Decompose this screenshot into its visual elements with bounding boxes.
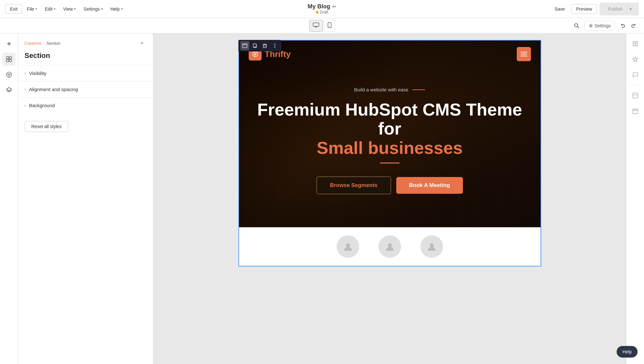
svg-point-4 (575, 23, 578, 27)
exit-button[interactable]: Exit (5, 4, 22, 14)
chevron-right-icon: › (24, 103, 26, 108)
svg-point-13 (6, 72, 12, 77)
section-more-icon[interactable] (270, 41, 279, 50)
svg-point-14 (8, 74, 8, 74)
svg-line-5 (578, 26, 579, 28)
testimonials-section (239, 227, 541, 266)
layer-icon-button[interactable] (3, 84, 15, 97)
svg-rect-45 (633, 109, 638, 114)
svg-rect-10 (9, 57, 12, 59)
properties-panel: Contents › Section × Section › Visibilit… (18, 33, 153, 364)
redo-button[interactable] (629, 21, 639, 31)
svg-rect-20 (263, 44, 266, 48)
secondbar-right: Settings (572, 21, 639, 31)
svg-point-33 (633, 42, 634, 42)
website-preview: Thrifty Build a website with ease Freemi… (238, 40, 541, 266)
right-chat-button[interactable] (629, 68, 642, 81)
help-menu[interactable]: Help ▾ (107, 5, 126, 14)
visibility-accordion-header[interactable]: › Visibility (18, 65, 153, 81)
chevron-down-icon: ▾ (35, 7, 37, 11)
topbar: Exit File ▾ Edit ▾ View ▾ Settings ▾ Hel… (0, 0, 644, 18)
add-element-button[interactable] (3, 37, 15, 50)
topbar-right: Save Preview Publish ▾ (551, 3, 639, 15)
help-label: Help (622, 349, 632, 354)
panel-title: Section (18, 50, 153, 65)
secondbar: Settings (0, 18, 644, 33)
close-panel-button[interactable]: × (138, 39, 147, 48)
background-accordion: › Background (18, 97, 153, 113)
publish-dropdown-arrow[interactable]: ▾ (627, 5, 634, 14)
right-panel-button[interactable] (629, 89, 642, 102)
alignment-accordion: › Alignment and spacing (18, 81, 153, 97)
section-delete-icon[interactable] (260, 41, 269, 50)
panel-header: Contents › Section × (18, 33, 153, 50)
chevron-right-icon: › (24, 71, 26, 76)
svg-rect-26 (255, 54, 256, 55)
svg-point-40 (635, 45, 636, 46)
svg-point-31 (388, 243, 392, 247)
svg-rect-1 (315, 27, 317, 27)
hamburger-button[interactable] (517, 47, 531, 61)
undo-redo-group (618, 21, 639, 31)
hero-section: Thrifty Build a website with ease Freemi… (239, 41, 541, 227)
canvas-area: Thrifty Build a website with ease Freemi… (153, 33, 626, 364)
reset-styles-button[interactable]: Reset all styles (24, 121, 68, 132)
sidebar-divider (628, 85, 642, 85)
right-icon-sidebar (626, 33, 644, 364)
draft-label: Draft (320, 10, 328, 14)
background-accordion-header[interactable]: › Background (18, 98, 153, 113)
hero-tagline-decoration (412, 89, 425, 90)
main-area: Contents › Section × Section › Visibilit… (0, 33, 644, 364)
desktop-view-button[interactable] (309, 20, 323, 32)
hero-buttons: Browse Segments Book A Meeting (252, 176, 528, 194)
save-button[interactable]: Save (551, 5, 569, 14)
visibility-label: Visibility (29, 70, 46, 76)
svg-point-36 (633, 43, 634, 44)
right-star-button[interactable] (629, 53, 642, 66)
help-button[interactable]: Help (617, 346, 638, 358)
book-meeting-button[interactable]: Book A Meeting (396, 177, 463, 194)
settings-bar-button[interactable]: Settings (584, 21, 615, 31)
svg-point-39 (633, 45, 634, 46)
breadcrumb-section: Section (46, 41, 60, 46)
svg-point-38 (637, 43, 638, 44)
right-grid-button[interactable] (629, 37, 642, 50)
svg-point-35 (637, 42, 638, 42)
svg-rect-0 (313, 23, 319, 26)
svg-rect-11 (6, 60, 9, 62)
svg-point-3 (329, 26, 330, 27)
left-icon-sidebar (0, 33, 18, 364)
preview-button[interactable]: Preview (571, 4, 597, 14)
browse-segments-button[interactable]: Browse Segments (316, 176, 391, 194)
edit-pencil-icon[interactable]: ✏ (332, 4, 336, 10)
search-button[interactable] (572, 21, 582, 31)
svg-rect-43 (633, 93, 638, 98)
mobile-view-button[interactable] (324, 20, 335, 32)
edit-menu[interactable]: Edit ▾ (42, 5, 59, 14)
alignment-accordion-header[interactable]: › Alignment and spacing (18, 81, 153, 97)
settings-menu[interactable]: Settings ▾ (80, 5, 106, 14)
breadcrumb-separator: › (43, 41, 44, 45)
svg-rect-12 (9, 60, 12, 62)
svg-point-30 (346, 243, 350, 247)
chevron-down-icon: ▾ (101, 7, 103, 11)
svg-point-32 (430, 243, 434, 247)
publish-label: Publish (604, 5, 627, 14)
face-icon-button[interactable] (3, 68, 15, 81)
svg-rect-19 (253, 44, 256, 47)
section-edit-icon[interactable] (240, 41, 249, 50)
right-calendar-button[interactable] (629, 105, 642, 117)
avatar-2 (379, 235, 401, 258)
file-menu[interactable]: File ▾ (24, 5, 40, 14)
svg-rect-9 (6, 57, 9, 59)
view-menu[interactable]: View ▾ (60, 5, 79, 14)
svg-point-24 (274, 45, 275, 46)
undo-button[interactable] (618, 21, 628, 31)
publish-button[interactable]: Publish ▾ (600, 3, 639, 15)
breadcrumb-contents-link[interactable]: Contents (24, 41, 41, 46)
avatar-3 (420, 235, 443, 258)
section-copy-icon[interactable] (250, 41, 259, 50)
nav-icon-button[interactable] (3, 53, 15, 66)
svg-marker-42 (633, 57, 638, 62)
hero-title-accent: Small businesses (252, 138, 528, 157)
